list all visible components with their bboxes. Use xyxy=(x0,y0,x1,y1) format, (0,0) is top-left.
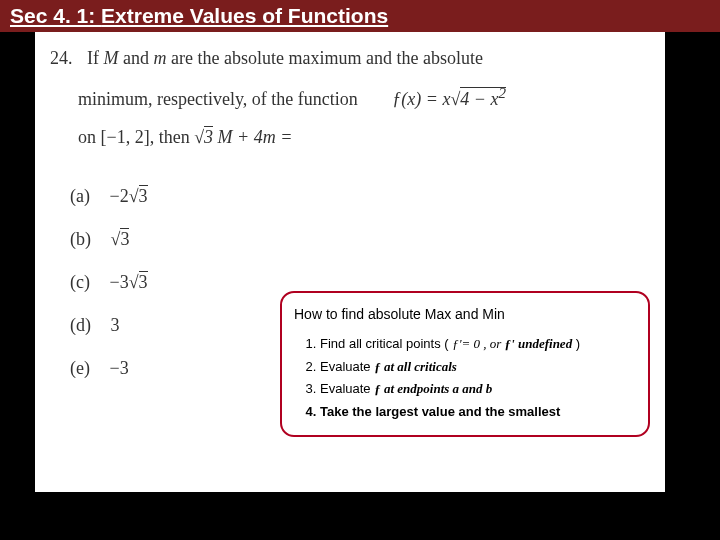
info-list: Find all critical points ( ƒ'= 0 , or ƒ'… xyxy=(320,334,636,423)
info-item: Find all critical points ( ƒ'= 0 , or ƒ'… xyxy=(320,334,636,355)
t: ƒ at endpoints a and b xyxy=(374,381,492,396)
opt-prefix: −3 xyxy=(109,358,128,378)
opt-prefix: −2 xyxy=(109,186,128,206)
t: ƒ at all criticals xyxy=(374,359,457,374)
q-text: If xyxy=(87,48,104,68)
info-item: Evaluate ƒ at endpoints a and b xyxy=(320,379,636,400)
q-text: on [−1, 2], then xyxy=(78,127,194,147)
info-item: Evaluate ƒ at all criticals xyxy=(320,357,636,378)
q-text: minimum, respectively, of the function xyxy=(78,89,358,109)
option-a: (a) −2√3 xyxy=(70,186,650,207)
fx-sup: 2 xyxy=(498,85,506,101)
opt-sqrt: 3 xyxy=(120,228,129,249)
title-rest: Extreme Values of Functions xyxy=(101,4,388,27)
target-expr: √3 M + 4m = xyxy=(194,126,292,147)
opt-prefix: −3 xyxy=(109,272,128,292)
t: ƒ' undefined xyxy=(505,336,573,351)
option-label: (c) xyxy=(70,272,90,292)
opt-sqrt: 3 xyxy=(139,271,148,292)
t: Evaluate xyxy=(320,359,374,374)
option-label: (b) xyxy=(70,229,91,249)
info-item: Take the largest value and the smallest xyxy=(320,402,636,423)
option-label: (d) xyxy=(70,315,91,335)
var-m: m xyxy=(154,48,167,68)
slide-content: 24. If M and m are the absolute maximum … xyxy=(35,32,665,492)
title-bar: Sec 4. 1: Extreme Values of Functions xyxy=(0,0,720,32)
t: Take the largest value and the smallest xyxy=(320,404,560,419)
opt-sqrt: 3 xyxy=(139,185,148,206)
title-sec: Sec 4. 1: xyxy=(10,4,101,27)
info-box: How to find absolute Max and Min Find al… xyxy=(280,291,650,437)
var-M: M xyxy=(104,48,119,68)
option-c: (c) −3√3 xyxy=(70,272,650,293)
t: ) xyxy=(572,336,580,351)
opt-prefix: 3 xyxy=(111,315,120,335)
q-text: and xyxy=(119,48,154,68)
fx-sqrt: 4 − x xyxy=(460,89,498,109)
info-title: How to find absolute Max and Min xyxy=(294,303,636,325)
function-expr: ƒ(x) = x√4 − x2 xyxy=(392,89,506,109)
option-b: (b) √3 xyxy=(70,229,650,250)
expr-sqrt: 3 xyxy=(204,126,213,147)
question-number: 24. xyxy=(50,48,73,68)
t: Find all critical points ( xyxy=(320,336,452,351)
question-text: 24. If M and m are the absolute maximum … xyxy=(50,40,650,156)
q-text: are the absolute maximum and the absolut… xyxy=(167,48,483,68)
option-label: (e) xyxy=(70,358,90,378)
option-label: (a) xyxy=(70,186,90,206)
fx-label: ƒ(x) = x xyxy=(392,89,450,109)
t: ƒ'= 0 , or xyxy=(452,336,504,351)
t: Evaluate xyxy=(320,381,374,396)
expr-rest: M + 4m = xyxy=(213,127,292,147)
